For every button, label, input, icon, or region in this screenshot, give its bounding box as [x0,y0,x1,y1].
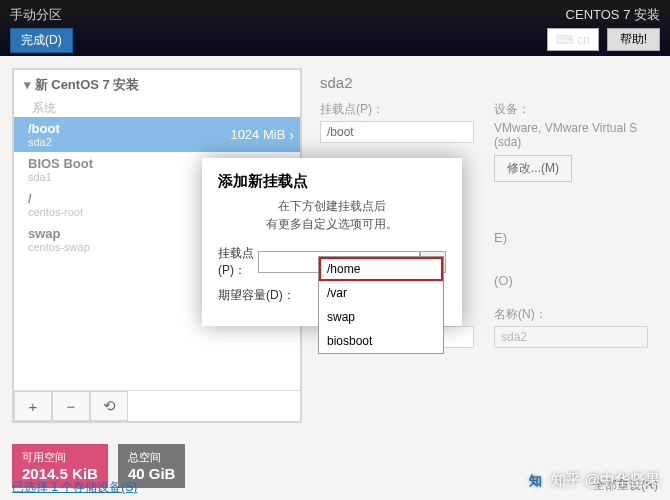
install-title: CENTOS 7 安装 [547,6,660,24]
partition-device: sda2 [28,136,60,148]
text-fragment: E) [494,230,648,245]
watermark-text: 知乎 @中华坚果 [551,471,660,490]
done-button[interactable]: 完成(D) [10,28,73,53]
zhihu-icon: 知 [527,472,545,490]
mount-dropdown-list: /home /var swap biosboot [318,256,444,354]
total-space-label: 总空间 [128,450,176,465]
dropdown-option-biosboot[interactable]: biosboot [319,329,443,353]
dialog-title: 添加新挂载点 [218,172,446,191]
reload-button[interactable]: ⟲ [90,391,128,421]
device-label: 设备： [494,101,648,118]
partition-row-boot[interactable]: /boot sda2 1024 MiB › [14,117,300,152]
watermark: 知 知乎 @中华坚果 [527,471,660,490]
system-label: 系统 [14,100,300,117]
mount-input[interactable] [320,121,474,143]
text-fragment: (O) [494,273,648,288]
dropdown-option-home[interactable]: /home [319,257,443,281]
modify-button[interactable]: 修改...(M) [494,155,572,182]
partition-name: /boot [28,121,60,136]
name-input [494,326,648,348]
storage-devices-link[interactable]: 已选择 1 个存储设备(S) [12,479,137,496]
device-text: VMware, VMware Virtual S (sda) [494,121,648,149]
keyboard-icon: ⌨ [556,33,573,47]
detail-title: sda2 [320,74,648,91]
dropdown-option-swap[interactable]: swap [319,305,443,329]
partition-toolbar: + − ⟲ [14,390,300,421]
chevron-right-icon: › [289,127,294,143]
dlg-capacity-label: 期望容量(D)： [218,287,308,304]
partition-size: 1024 MiB [230,127,285,142]
lang-code: cn [577,33,590,47]
help-button[interactable]: 帮助! [607,28,660,51]
remove-partition-button[interactable]: − [52,391,90,421]
keyboard-layout-selector[interactable]: ⌨ cn [547,28,599,51]
install-header[interactable]: 新 CentOS 7 安装 [14,70,300,100]
free-space-label: 可用空间 [22,450,98,465]
dialog-subtitle: 在下方创建挂载点后有更多自定义选项可用。 [218,197,446,233]
page-title: 手动分区 [10,6,73,24]
name-label: 名称(N)： [494,306,648,323]
add-partition-button[interactable]: + [14,391,52,421]
dlg-mount-label: 挂载点(P)： [218,245,258,279]
mount-label: 挂载点(P)： [320,101,474,118]
dropdown-option-var[interactable]: /var [319,281,443,305]
top-bar: 手动分区 完成(D) CENTOS 7 安装 ⌨ cn 帮助! [0,0,670,56]
